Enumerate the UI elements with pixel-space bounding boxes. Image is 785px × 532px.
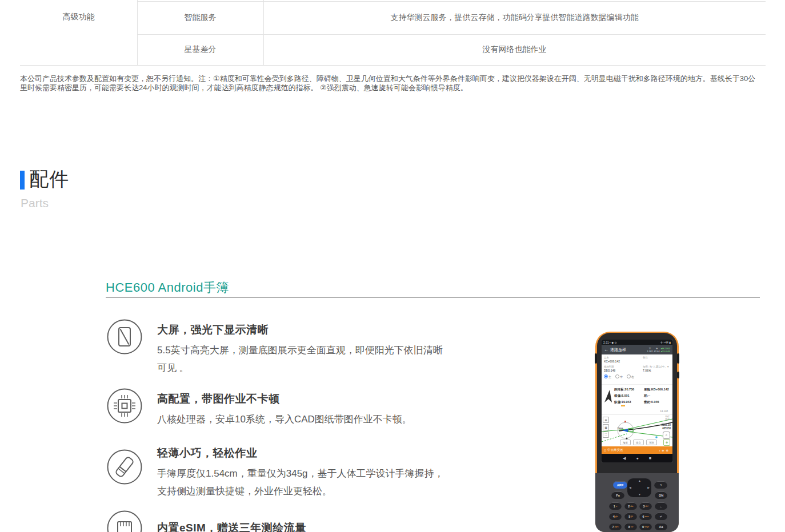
stakeout-stats: 距目标:20.736 里程:KD+606.142 横偏:8.001 桩:-- 纵… [602,384,672,409]
map-coordinates: 2395.10 485558 [662,424,671,430]
feature-title: 轻薄小巧，轻松作业 [157,446,477,461]
app-bar: ← 道路放样 ⛛ 1.182 ✛ 42.44 ●H:2.863 ●V:0.046 [602,345,672,354]
product-spec-page: 高级功能 智能服务 支持华测云服务，提供云存储，功能码分享提供智能道路数据编辑功… [0,0,785,532]
status-bar: 2:31 ▪ ◆ ⊙ ✛ ⌁44 ▮ [602,340,672,345]
map-button: 浏览 [646,440,657,445]
map-legend: 放样 里程 [665,415,670,421]
spec-category-cell: 高级功能 [20,0,137,34]
device-side-button [677,372,679,378]
spec-table: 高级功能 智能服务 支持华测云服务，提供云存储，功能码分享提供智能道路数据编辑功… [20,0,766,66]
nav-home-icon: ● [636,456,638,460]
key-9: 9wxyz [639,523,652,530]
spec-row-desc: 支持华测云服务，提供云存储，功能码分享提供智能道路数据编辑功能 [263,1,766,34]
key-3: 3def [639,502,652,510]
gnss-info: ⛛ 1.182 [647,347,653,353]
feature-item: 大屏，强光下显示清晰 5.5英寸高亮大屏，测量底图展示更全面直观，即便阳光下依旧… [157,323,477,377]
feature-item: 内置eSIM，赠送三年测绘流量 [157,521,477,532]
status-left: 2:31 ▪ ◆ ⊙ [603,341,617,344]
feature-desc: 5.5英寸高亮大屏，测量底图展示更全面直观，即便阳光下依旧清晰 可见 。 [157,341,477,377]
dpad: ▲ ◀ ▶ ▼ [627,478,651,497]
key-7: 7pqrs [609,523,622,530]
spec-category-label: 高级功能 [63,12,95,22]
stat-value: 里程:KD+606.142 [644,386,672,393]
field-value: 7.08米 [643,369,670,373]
on-key: ON [655,491,667,499]
dpad-up-icon: ▲ [638,479,641,482]
key-8: 8tuv [624,523,637,530]
field-value: DBS:148 [604,369,615,373]
survey-tool-icon: ❉ [663,439,670,446]
back-arrow-icon: ← [604,347,608,352]
feature-title: 内置eSIM，赠送三年测绘流量 [157,521,477,532]
handheld-controller-image: 2:31 ▪ ◆ ⊙ ✛ ⌁44 ▮ ← 道路放样 ⛛ 1.182 ✛ 42.4… [595,332,679,532]
field-label: 备注 [643,356,670,360]
android-nav-bar: ◀ ● ■ [602,454,672,462]
field-label: 加密: 为-上,两点(中.. ▼ [643,365,670,369]
device-screen: 2:31 ▪ ◆ ⊙ ✛ ⌁44 ▮ ← 道路放样 ⛛ 1.182 ✛ 42.4… [602,340,672,462]
dpad-down-icon: ▼ [638,493,641,496]
stat-value: 横偏:8.001 [614,393,644,399]
key-4: 4ghi [609,513,622,520]
map-tools: ⊞ ▣ ⛶ [603,417,609,438]
app-title: 道路放样 [610,347,646,353]
magnifier-icon: ⌕ [663,432,670,439]
accuracy-badge: ●H:2.863 ●V:0.046 [661,347,670,353]
feature-desc: 八核处理器，安卓10系统，导入CAD图纸带图作业不卡顿。 [157,410,477,428]
spec-row-name: 智能服务 [137,1,263,34]
aa-key: Aa [655,523,667,530]
product-heading: HCE600 Android手簿 [106,279,229,296]
disclaimer-text: 本公司产品技术参数及配置如有变更，恕不另行通知。注：①精度和可靠性会受到多路径、… [20,74,760,92]
field-label: 线路列表 [604,365,614,369]
radio-option: 主 [604,374,611,379]
feature-item: 高配置，带图作业不卡顿 八核处理器，安卓10系统，导入CAD图纸带图作业不卡顿。 [157,392,477,428]
fullscreen-icon: ⛶ [603,432,609,438]
map-button: 海拔 [620,440,631,445]
field-label: 点名 [604,356,609,360]
section-title: 配件 [29,167,69,190]
key-6: 6mno [639,513,652,520]
gnss-info: ✛ 42.44 [654,347,660,353]
radio-option: 右 [627,374,634,379]
cpu-icon [107,388,142,424]
back-key: ＜ [654,481,667,489]
device-keypad: APP ▲ ◀ ▶ ▼ ＜ Fn ON 1∞ 2abc 3def ← 4ghi … [595,473,679,532]
map-buttons: 海拔 坐立 浏览 [620,440,657,445]
navigation-arrow-icon [603,389,613,403]
dpad-right-icon: ▶ [647,486,650,489]
feature-title: 大屏，强光下显示清晰 [157,323,477,337]
radio-row: 主 中 右 [604,374,670,379]
device-side-button [677,353,679,364]
feature-title: 高配置，带图作业不卡顿 [157,392,477,406]
key-5: 5jkl [624,513,637,520]
feature-desc: 手簿厚度仅1.54cm，重量仅为345g，基于人体工学设计手簿握持， 支持侧边测… [157,465,477,500]
stat-value: 桩:-- [644,393,672,399]
app-key: APP [613,481,627,489]
key-2: 2abc [624,502,637,510]
backspace-key: ← [655,502,667,510]
mileage-note: 14.148 [602,409,672,414]
device-side-button [595,353,597,364]
handheld-icon [107,449,142,485]
stat-value: 距目标:20.736 [614,386,644,393]
feature-item: 轻薄小巧，轻松作业 手簿厚度仅1.54cm，重量仅为345g，基于人体工学设计手… [157,446,477,500]
radio-option: 中 [615,374,623,379]
spec-row-desc: 没有网络也能作业 [263,34,766,65]
section-accent-bar [20,171,25,190]
screenshot-icon: ▣ [603,424,609,430]
table-border [20,65,766,66]
base-label: base [618,427,623,430]
map-view: 放样 里程 2395.10 485558 base ⊞ ▣ ⛶ ⌕ ❉ 海拔 坐… [602,414,672,446]
phone-screen-icon [107,319,142,354]
layers-icon: ⊞ [603,417,609,423]
sim-card-icon [107,510,142,532]
section-subtitle: Parts [21,196,49,210]
stakeout-form: 点名 备注 KC+606.142 线路列表 加密: 为-上,两点(中.. ▼ D… [602,354,672,384]
key-1: 1∞ [609,502,622,510]
stat-value: 纵偏:19.943 [614,399,644,405]
stat-value: 垂距:0.046 [644,399,672,405]
map-button: 坐立 [633,440,644,445]
nav-recents-icon: ■ [649,456,651,460]
fn-key: Fn [611,491,624,499]
spec-row-name: 星基差分 [137,34,263,65]
field-value: KC+606.142 [604,360,620,364]
